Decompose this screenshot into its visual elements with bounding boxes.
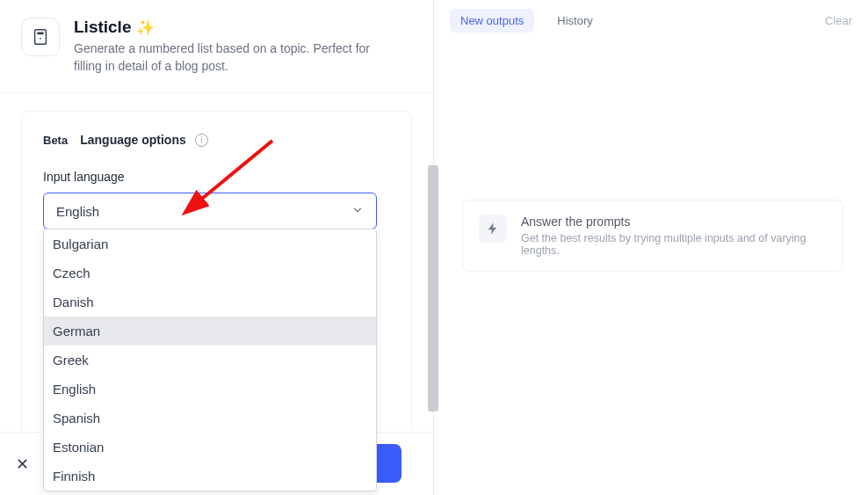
language-dropdown-list[interactable]: BulgarianCzechDanishGermanGreekEnglishSp… (44, 229, 376, 491)
language-option[interactable]: Finnish (44, 462, 376, 491)
language-options-label: Language options (80, 133, 186, 147)
tool-header: Listicle ✨ Generate a numbered list base… (0, 0, 433, 93)
svg-rect-0 (35, 30, 47, 45)
close-icon[interactable]: ✕ (16, 455, 29, 474)
select-value: English (56, 204, 99, 219)
empty-state-card: Answer the prompts Get the best results … (462, 200, 843, 272)
chevron-down-icon (351, 204, 364, 219)
right-panel: New outputs History Clear Answer the pro… (434, 0, 868, 495)
tab-new-outputs[interactable]: New outputs (450, 9, 534, 33)
language-option[interactable]: Czech (44, 258, 376, 288)
scrollbar[interactable] (428, 165, 438, 411)
input-language-label: Input language (43, 170, 390, 184)
info-icon[interactable]: i (195, 134, 208, 147)
form-card: Beta Language options i Input language E… (21, 111, 412, 495)
language-option[interactable]: Estonian (44, 433, 376, 462)
empty-text: Answer the prompts Get the best results … (521, 215, 827, 257)
beta-row: Beta Language options i (43, 133, 390, 147)
empty-subtitle: Get the best results by trying multiple … (521, 232, 827, 257)
tool-title: Listicle (74, 18, 131, 37)
bolt-icon (479, 215, 507, 243)
language-option[interactable]: Spanish (44, 404, 376, 433)
tool-title-row: Listicle ✨ (74, 18, 390, 37)
language-option[interactable]: Bulgarian (44, 229, 376, 258)
generate-button[interactable] (375, 444, 401, 483)
output-tabs: New outputs History Clear (434, 0, 868, 41)
language-option[interactable]: English (44, 375, 376, 404)
sparkle-icon: ✨ (136, 18, 155, 37)
clear-button[interactable]: Clear (825, 14, 852, 27)
svg-point-2 (40, 38, 41, 40)
tool-description: Generate a numbered list based on a topi… (74, 40, 390, 75)
tool-icon (21, 18, 60, 56)
beta-badge: Beta (43, 134, 68, 147)
input-language-select[interactable]: English (43, 193, 377, 229)
empty-title: Answer the prompts (521, 215, 827, 229)
tab-history[interactable]: History (546, 9, 603, 33)
tool-meta: Listicle ✨ Generate a numbered list base… (74, 18, 390, 75)
language-option[interactable]: Danish (44, 288, 376, 317)
left-panel: Listicle ✨ Generate a numbered list base… (0, 0, 434, 495)
language-option[interactable]: German (44, 317, 376, 346)
language-option[interactable]: Greek (44, 346, 376, 375)
svg-rect-1 (37, 33, 43, 35)
language-dropdown: BulgarianCzechDanishGermanGreekEnglishSp… (43, 229, 377, 491)
